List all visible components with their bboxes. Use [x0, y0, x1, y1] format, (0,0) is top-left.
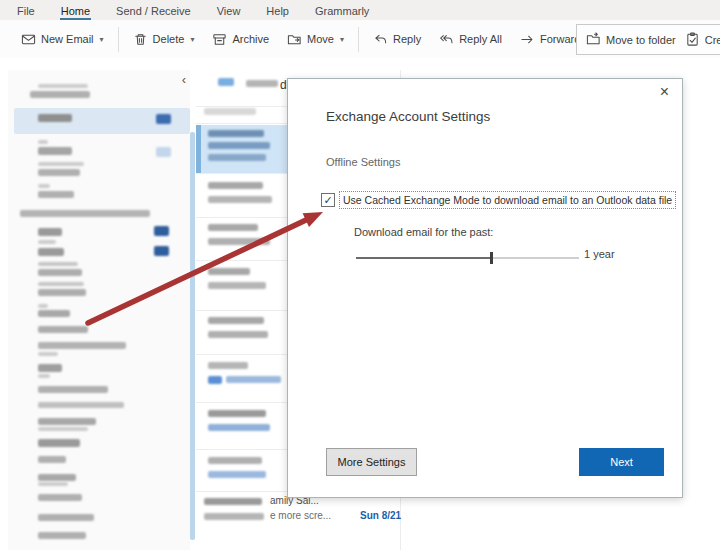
message-date: Sun 8/21: [360, 510, 401, 521]
redacted-text-bar: [38, 248, 64, 256]
unread-count-badge: [154, 226, 169, 236]
redacted-text-bar: [218, 78, 234, 86]
quick-steps-group: Move to folder Create a: [576, 24, 720, 55]
collapse-folder-pane-icon[interactable]: ‹: [182, 72, 186, 87]
redacted-text-bar: [208, 471, 266, 478]
reading-pane-text-fragment: d: [280, 78, 287, 92]
slider-track-empty[interactable]: [491, 257, 579, 259]
redacted-text-bar: [204, 108, 256, 115]
archive-label: Archive: [232, 33, 269, 45]
redacted-text-bar: [204, 498, 262, 505]
redacted-text-bar: [38, 240, 56, 244]
redacted-text-bar: [38, 482, 68, 486]
redacted-text-bar: [208, 424, 270, 431]
redacted-text-bar: [208, 142, 270, 149]
redacted-text-bar: [38, 402, 124, 408]
tab-send-receive[interactable]: Send / Receive: [115, 3, 192, 20]
more-settings-button[interactable]: More Settings: [326, 448, 417, 476]
selected-message-accent: [196, 125, 201, 173]
redacted-text-bar: [38, 140, 48, 144]
delete-button[interactable]: Delete ▾: [124, 24, 204, 54]
unread-count-badge: [156, 114, 171, 124]
create-a-label: Create a: [705, 34, 720, 46]
slider-thumb[interactable]: [490, 252, 493, 264]
toolbar-divider: [118, 27, 119, 52]
archive-button[interactable]: Archive: [203, 24, 278, 54]
redacted-text-bar: [38, 374, 50, 378]
clipboard-icon: [685, 32, 700, 47]
redacted-text-bar: [38, 191, 74, 198]
redacted-text-bar: [38, 418, 96, 425]
redacted-text-bar: [204, 513, 264, 520]
redacted-text-bar: [38, 304, 48, 308]
folder-pane-scrollbar[interactable]: [190, 132, 195, 540]
redacted-text-bar: [38, 364, 62, 372]
new-email-label: New Email: [41, 33, 94, 45]
toolbar-divider: [358, 27, 359, 52]
redacted-text-bar: [38, 114, 72, 122]
exchange-account-settings-dialog: × Exchange Account Settings Offline Sett…: [287, 78, 683, 498]
redacted-text-bar: [38, 456, 66, 463]
menu-bar: File Home Send / Receive View Help Gramm…: [0, 0, 720, 20]
offline-settings-heading: Offline Settings: [326, 156, 400, 168]
move-to-folder-label: Move to folder: [606, 34, 676, 46]
download-slider[interactable]: [356, 251, 579, 265]
dialog-title: Exchange Account Settings: [326, 109, 490, 124]
redacted-text-bar: [208, 376, 222, 384]
redacted-text-bar: [38, 184, 50, 188]
redacted-text-bar: [208, 130, 264, 137]
redacted-text-bar: [38, 162, 84, 166]
reply-arrow-icon: [373, 32, 388, 47]
redacted-text-bar: [38, 427, 88, 431]
delete-label: Delete: [153, 33, 185, 45]
tab-file[interactable]: File: [16, 3, 36, 20]
redacted-text-bar: [208, 268, 250, 275]
create-a-button[interactable]: Create a: [681, 25, 720, 55]
redacted-text-bar: [38, 84, 88, 88]
cached-mode-checkbox[interactable]: ✓: [321, 193, 335, 207]
slider-track-filled[interactable]: [356, 257, 491, 259]
redacted-text-bar: [208, 154, 266, 161]
redacted-text-bar: [38, 326, 88, 333]
move-to-folder-button[interactable]: Move to folder: [581, 25, 681, 55]
forward-arrow-icon: [520, 32, 535, 47]
redacted-text-bar: [208, 362, 248, 369]
next-button[interactable]: Next: [579, 448, 664, 476]
chevron-down-icon: ▾: [190, 35, 194, 44]
redacted-text-bar: [208, 410, 266, 417]
outlook-window: File Home Send / Receive View Help Gramm…: [0, 0, 720, 550]
folder-pane: ‹: [8, 70, 190, 550]
tab-help[interactable]: Help: [265, 3, 290, 20]
new-email-button[interactable]: New Email ▾: [12, 24, 113, 54]
cached-mode-label[interactable]: Use Cached Exchange Mode to download ema…: [339, 191, 676, 209]
folder-move-icon: [287, 32, 302, 47]
reply-button[interactable]: Reply: [364, 24, 430, 54]
download-past-label: Download email for the past:: [354, 226, 493, 238]
redacted-text-bar: [38, 352, 58, 356]
redacted-text-bar: [208, 238, 270, 245]
redacted-text-bar: [38, 310, 70, 317]
redacted-text-bar: [208, 331, 268, 338]
redacted-text-bar: [38, 514, 94, 521]
redacted-text-bar: [38, 532, 86, 539]
redacted-text-bar: [38, 262, 78, 266]
trash-icon: [133, 32, 148, 47]
redacted-text-bar: [38, 282, 84, 286]
redacted-text-bar: [208, 196, 272, 203]
reply-all-button[interactable]: Reply All: [430, 24, 511, 54]
tab-grammarly[interactable]: Grammarly: [314, 3, 370, 20]
tab-home[interactable]: Home: [60, 3, 91, 20]
envelope-icon: [21, 32, 36, 47]
close-icon[interactable]: ×: [660, 84, 669, 100]
move-button[interactable]: Move ▾: [278, 24, 353, 54]
tab-view[interactable]: View: [216, 3, 242, 20]
redacted-text-bar: [38, 386, 108, 393]
chevron-down-icon: ▾: [100, 35, 104, 44]
reply-label: Reply: [393, 33, 421, 45]
move-to-folder-icon: [586, 32, 601, 47]
unread-count-badge: [156, 147, 171, 157]
forward-label: Forward: [540, 33, 580, 45]
redacted-text-bar: [38, 169, 80, 176]
redacted-text-bar: [226, 376, 281, 383]
cached-mode-row: ✓ Use Cached Exchange Mode to download e…: [321, 191, 676, 209]
